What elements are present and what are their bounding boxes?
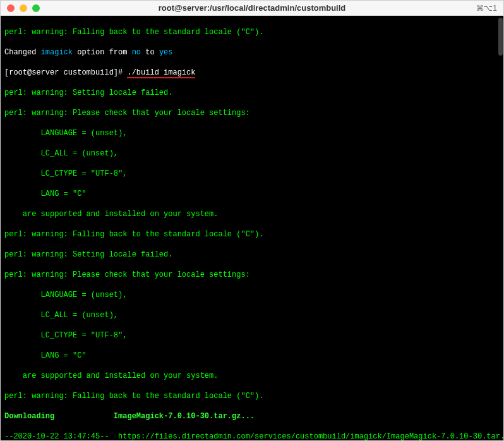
output-value: no (132, 48, 141, 57)
output-line: perl: warning: Falling back to the stand… (4, 28, 263, 37)
output-value: yes (159, 48, 173, 57)
output-line: LC_ALL = (unset), (4, 149, 118, 158)
output-line: --2020-10-22 13:47:45-- https://files.di… (4, 432, 503, 440)
shell-prompt: [root@server custombuild]# (4, 68, 127, 77)
command-input: ./build imagick (127, 68, 195, 78)
output-line: LANGUAGE = (unset), (4, 291, 127, 299)
output-line: LANG = "C" (4, 351, 87, 360)
minimize-icon[interactable] (20, 4, 27, 12)
output-line: perl: warning: Falling back to the stand… (4, 392, 263, 401)
output-line: LC_CTYPE = "UTF-8", (4, 169, 127, 178)
terminal-content[interactable]: perl: warning: Falling back to the stand… (1, 16, 503, 440)
maximize-icon[interactable] (32, 4, 40, 12)
output-line: are supported and installed on your syst… (4, 210, 218, 219)
output-line: perl: warning: Please check that your lo… (4, 270, 250, 279)
scrollbar-thumb[interactable] (498, 18, 503, 56)
output-line: perl: warning: Please check that your lo… (4, 109, 250, 118)
window-title: root@server:/usr/local/directadmin/custo… (6, 3, 498, 13)
output-line: perl: warning: Setting locale failed. (4, 250, 172, 259)
terminal-window: root@server:/usr/local/directadmin/custo… (0, 0, 504, 441)
output-option: imagick (41, 48, 73, 57)
traffic-lights (7, 4, 40, 12)
output-line: perl: warning: Setting locale failed. (4, 88, 172, 97)
output-text: Changed (4, 48, 41, 57)
output-line: Downloading ImageMagick-7.0.10-30.tar.gz… (4, 412, 255, 421)
window-shortcut: ⌘⌥1 (476, 4, 497, 13)
output-line: are supported and installed on your syst… (4, 372, 218, 380)
output-text: option from (73, 48, 132, 57)
output-line: LANG = "C" (4, 190, 87, 198)
output-line: perl: warning: Falling back to the stand… (4, 230, 263, 239)
output-line: LC_ALL = (unset), (4, 311, 118, 320)
output-text: to (141, 48, 159, 57)
titlebar: root@server:/usr/local/directadmin/custo… (1, 1, 503, 16)
output-line: LC_CTYPE = "UTF-8", (4, 331, 127, 340)
close-icon[interactable] (7, 4, 15, 12)
output-line: LANGUAGE = (unset), (4, 129, 127, 138)
